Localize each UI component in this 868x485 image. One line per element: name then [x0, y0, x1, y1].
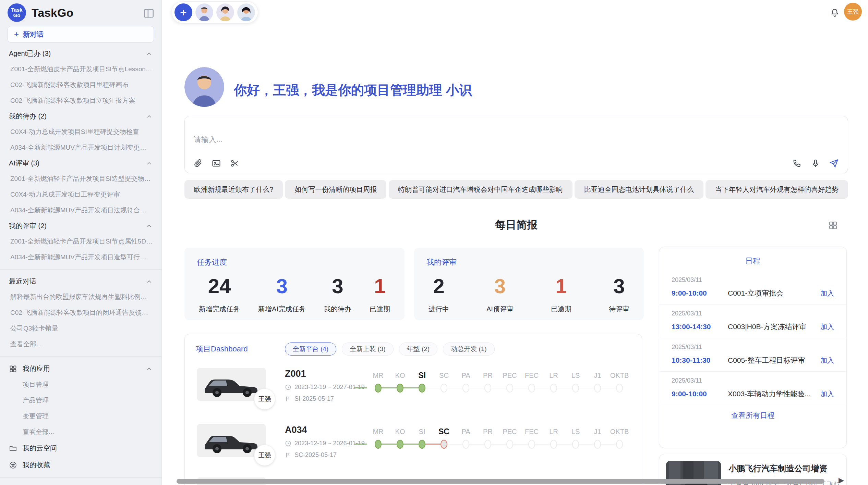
app-item-view-all[interactable]: 查看全部...: [0, 424, 161, 440]
join-link[interactable]: 加入: [820, 356, 834, 365]
sidebar-item[interactable]: C02-飞腾新能源轻客改款项目里程碑画布: [0, 77, 161, 93]
milestone-PEC: PEC: [499, 425, 521, 449]
schedule-name: C005-整车工程目标评审: [724, 356, 820, 365]
agent-avatar[interactable]: [237, 3, 255, 21]
user-avatar[interactable]: 王强: [844, 3, 862, 21]
layout-grid-icon[interactable]: [828, 221, 838, 230]
project-owner-badge: 王强: [254, 445, 275, 466]
assistant-avatar: [184, 67, 224, 107]
scroll-right-arrow[interactable]: ▶: [839, 476, 844, 484]
assistant-greeting: 你好，王强，我是你的项目管理助理 小识: [234, 82, 472, 99]
flag-icon: [285, 452, 291, 458]
schedule-date: 2025/03/11: [672, 377, 834, 384]
agent-avatar[interactable]: [195, 3, 213, 21]
sidebar-item-ai-employee[interactable]: AI超级员工: [0, 482, 161, 485]
filter-chip[interactable]: 动总开发 (1): [443, 343, 495, 356]
sidebar-item[interactable]: C02-飞腾新能源轻客改款项目立项汇报方案: [0, 93, 161, 109]
suggestion-chip[interactable]: 欧洲新规最近颁布了什么?: [184, 180, 283, 199]
schedule-time: 13:00-14:30: [672, 323, 724, 331]
send-icon[interactable]: [829, 159, 839, 168]
recent-chat-item[interactable]: C02-飞腾新能源轻客改款项目的闭环通告反馈情况: [0, 305, 161, 321]
milestone-PEC: PEC: [499, 369, 521, 393]
notification-bell-icon[interactable]: [830, 8, 840, 18]
recent-chat-item[interactable]: 解释最新出台的欧盟报废车法规再生塑料比例被调至15%...: [0, 289, 161, 305]
add-agent-button[interactable]: +: [174, 3, 192, 21]
scissors-icon[interactable]: [230, 159, 240, 168]
sidebar-collapse-icon[interactable]: [143, 8, 155, 18]
divider: [0, 269, 161, 270]
recent-chat-item[interactable]: 公司Q3轻卡销量: [0, 321, 161, 336]
sidebar-group-recent-chats[interactable]: 最近对话: [0, 274, 161, 289]
horizontal-scrollbar[interactable]: [177, 479, 824, 484]
card-title: 任务进度: [197, 257, 392, 268]
main-area: + 王强 你好，王强，我是你的项目管理助理 小识: [162, 0, 868, 485]
sidebar-item[interactable]: A034-全新新能源MUV产品开发项目计划变更表编写: [0, 140, 161, 156]
milestone-J1: J1: [587, 369, 608, 393]
sidebar-item[interactable]: C0X4-动力总成开发项目工程变更评审: [0, 187, 161, 202]
project-flag: SC-2025-05-17: [285, 451, 366, 459]
milestone-LS: LS: [565, 369, 587, 393]
join-link[interactable]: 加入: [820, 389, 834, 399]
sidebar-item[interactable]: Z001-全新燃油轻卡产品开发项目SI节点属性5D文件评审: [0, 234, 161, 249]
project-code: A034: [285, 425, 366, 435]
sidebar-item[interactable]: C0X4-动力总成开发项目SI里程碑提交物检查: [0, 124, 161, 140]
chat-input[interactable]: [194, 135, 708, 144]
milestone-PR: PR: [477, 425, 499, 449]
schedule-card: 日程 2025/03/11 9:00-10:00 C001-立项审批会 加入 2…: [659, 247, 847, 448]
sidebar-item[interactable]: Z001-全新燃油皮卡产品开发项目SI节点Lesson Learn报告: [0, 61, 161, 77]
milestone-FEC: FEC: [521, 369, 543, 393]
view-all-schedule-link[interactable]: 查看所有日程: [659, 405, 846, 420]
app-title: TaskGo: [32, 6, 143, 20]
sidebar-item[interactable]: A034-全新新能源MUV产品开发项目法规符合性评审: [0, 202, 161, 218]
milestone-PA: PA: [455, 369, 477, 393]
phone-icon[interactable]: [792, 159, 802, 168]
sidebar-group-my-review[interactable]: 我的评审 (2): [0, 218, 161, 234]
schedule-item: 2025/03/11 9:00-10:00 X003-车辆动力学性能验... 加…: [659, 372, 846, 405]
chevron-up-icon: [146, 223, 153, 229]
filter-chip[interactable]: 全新上装 (3): [342, 343, 394, 356]
join-link[interactable]: 加入: [820, 289, 834, 298]
project-row[interactable]: 王强 Z001 2023-12-19 ~ 2027-01-19 SI-2025-…: [185, 364, 642, 415]
project-row[interactable]: 王强 A034 2023-12-19 ~ 2026-01-19 SC-2025-…: [185, 420, 642, 471]
project-dates: 2023-12-19 ~ 2026-01-19: [285, 440, 366, 447]
app-item-product-mgmt[interactable]: 产品管理: [0, 393, 161, 408]
milestone-PA: PA: [455, 425, 477, 449]
filter-chip-active[interactable]: 全新平台 (4): [285, 343, 337, 356]
app-item-project-mgmt[interactable]: 项目管理: [0, 377, 161, 393]
sidebar-group-my-todo[interactable]: 我的待办 (2): [0, 109, 161, 124]
sidebar-item-my-apps[interactable]: 我的应用: [0, 361, 161, 377]
project-dates: 2023-12-19 ~ 2027-01-19: [285, 384, 366, 391]
new-chat-button[interactable]: + 新对话: [8, 26, 154, 42]
milestone-SC: SC: [433, 369, 455, 393]
milestone-LR: LR: [543, 369, 565, 393]
sidebar-item[interactable]: Z001-全新燃油轻卡产品开发项目SI造型提交物评审: [0, 171, 161, 187]
join-link[interactable]: 加入: [820, 322, 834, 332]
suggestion-chip[interactable]: 如何写一份清晰的项目周报: [285, 180, 386, 199]
app-item-change-mgmt[interactable]: 变更管理: [0, 408, 161, 424]
apps-grid-icon: [9, 365, 17, 373]
milestone-SC-current-overdue: SC: [433, 425, 455, 449]
milestone-SI-current: SI: [411, 369, 433, 393]
milestone-LR: LR: [543, 425, 565, 449]
stat-in-progress: 2进行中: [429, 275, 449, 314]
recent-chat-view-all[interactable]: 查看全部...: [0, 336, 161, 352]
agent-avatar[interactable]: [216, 3, 234, 21]
chevron-up-icon: [146, 278, 153, 285]
suggestion-chip[interactable]: 特朗普可能对进口汽车增税会对中国车企造成哪些影响: [389, 180, 572, 199]
schedule-item: 2025/03/11 13:00-14:30 C003|H0B-方案冻结评审 加…: [659, 304, 846, 338]
filter-chip[interactable]: 年型 (2): [399, 343, 438, 356]
schedule-date: 2025/03/11: [672, 276, 834, 284]
image-icon[interactable]: [212, 159, 221, 168]
milestone-LS: LS: [565, 425, 587, 449]
attachment-icon[interactable]: [193, 159, 203, 168]
sidebar-item[interactable]: A034-全新新能源MUV产品开发项目造型可行性评审: [0, 249, 161, 265]
sidebar-group-agent-done[interactable]: Agent已办 (3): [0, 46, 161, 61]
star-icon: [9, 461, 17, 469]
schedule-item: 2025/03/11 9:00-10:00 C001-立项审批会 加入: [659, 271, 846, 304]
suggestion-chip[interactable]: 比亚迪全固态电池计划具体说了什么: [575, 180, 703, 199]
sidebar-item-my-cloud[interactable]: 我的云空间: [0, 440, 161, 457]
microphone-icon[interactable]: [811, 159, 820, 168]
sidebar-group-ai-review[interactable]: AI评审 (3): [0, 156, 161, 171]
sidebar-item-my-favorites[interactable]: 我的收藏: [0, 457, 161, 473]
suggestion-chip[interactable]: 当下年轻人对汽车外观有怎样的喜好趋势: [706, 180, 848, 199]
